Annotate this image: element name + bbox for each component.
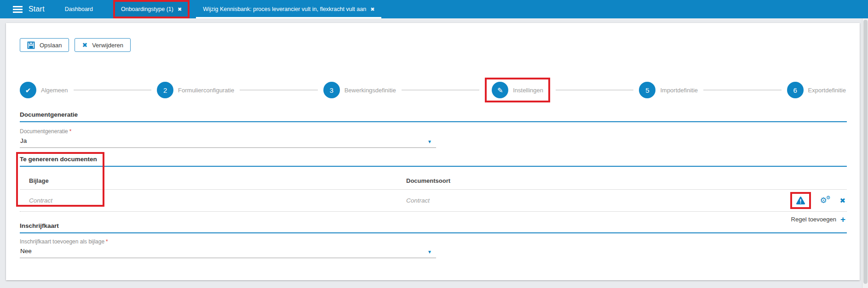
required-marker: *: [106, 238, 108, 245]
step-connector: [74, 90, 152, 90]
save-button[interactable]: Opslaan: [20, 38, 69, 52]
section-title: Documentgeneratie: [20, 111, 847, 118]
section-divider: [20, 232, 847, 233]
tab-onboardingstype-label: Onboardingstype (1): [121, 6, 173, 12]
inschrijfkaart-select-field: Inschrijfkaart toevoegen als bijlage* Ne…: [20, 238, 436, 258]
pencil-icon: ✎: [492, 82, 508, 98]
documentgeneratie-value: Ja: [20, 137, 27, 144]
section-te-genereren-documenten: Te genereren documenten: [20, 156, 847, 167]
tab-onboardingstype[interactable]: Onboardingstype (1) ✖: [115, 2, 188, 17]
step-number: 6: [793, 86, 797, 94]
table-row: Contract Contract ⚙ ⚙ ✖: [20, 190, 847, 212]
step-number: 5: [645, 86, 649, 94]
step-connector: [240, 90, 318, 90]
chevron-down-icon: ▼: [427, 250, 432, 254]
section-title: Inschrijfkaart: [20, 222, 847, 229]
section-inschrijfkaart: Inschrijfkaart: [20, 222, 847, 233]
section-divider: [20, 166, 847, 167]
start-menu-label: Start: [29, 5, 45, 13]
content-card: Opslaan ✖ Verwijderen ✔ Algemeen 2 Formu…: [6, 23, 860, 280]
gears-settings-icon[interactable]: ⚙ ⚙: [820, 196, 831, 205]
toolbar: Opslaan ✖ Verwijderen: [20, 38, 131, 52]
field-label: Inschrijfkaart toevoegen als bijlage*: [20, 238, 436, 245]
step-connector: [556, 90, 634, 90]
check-icon: ✔: [20, 82, 36, 98]
step-formulierconfiguratie[interactable]: 2 Formulierconfiguratie: [157, 82, 234, 98]
step-number: 3: [329, 86, 333, 94]
hamburger-icon: [13, 6, 23, 13]
section-divider: [20, 121, 847, 122]
step-number: 2: [163, 86, 167, 94]
inschrijfkaart-dropdown[interactable]: Nee ▼: [20, 248, 436, 258]
documentgeneratie-select-field: Documentgeneratie* Ja ▼: [20, 128, 436, 148]
tab-dashboard[interactable]: Dashboard: [62, 0, 96, 18]
section-title: Te genereren documenten: [20, 156, 847, 163]
remove-row-icon[interactable]: ✖: [839, 197, 845, 205]
table-header-row: Bijlage Documentsoort: [20, 175, 847, 190]
annotation-box-warning-icon: [790, 192, 811, 209]
tab-wijzig-kennisbank[interactable]: Wijzig Kennisbank: proces leverancier vu…: [195, 0, 382, 18]
step-bewerkingsdefinitie[interactable]: 3 Bewerkingsdefinitie: [323, 82, 396, 98]
step-instellingen-label: Instellingen: [513, 87, 543, 94]
required-marker: *: [69, 128, 72, 135]
cell-bijlage: Contract: [29, 197, 406, 204]
column-header-documentsoort: Documentsoort: [406, 177, 847, 184]
row-actions: ⚙ ⚙ ✖: [790, 194, 847, 207]
chevron-down-icon: ▼: [427, 140, 432, 144]
step-instellingen[interactable]: ✎ Instellingen: [492, 82, 543, 98]
tab-dashboard-label: Dashboard: [65, 6, 93, 12]
main-menu-button[interactable]: Start: [13, 0, 45, 18]
close-icon[interactable]: ✖: [370, 7, 374, 12]
step-exportdefinitie-label: Exportdefinitie: [808, 87, 846, 94]
step-exportdefinitie[interactable]: 6 Exportdefinitie: [787, 82, 846, 98]
step-importdefinitie[interactable]: 5 Importdefinitie: [639, 82, 698, 98]
field-label: Documentgeneratie*: [20, 128, 436, 135]
x-delete-icon: ✖: [82, 41, 87, 49]
documentgeneratie-dropdown[interactable]: Ja ▼: [20, 137, 436, 148]
step-connector: [402, 90, 480, 90]
plus-icon: +: [840, 216, 845, 223]
annotation-box-onboarding-tab: Onboardingstype (1) ✖: [113, 0, 190, 18]
step-bewerkingsdefinitie-label: Bewerkingsdefinitie: [345, 87, 396, 94]
delete-button-label: Verwijderen: [92, 42, 123, 49]
step-algemeen[interactable]: ✔ Algemeen: [20, 82, 68, 98]
add-row-label: Regel toevoegen: [791, 216, 836, 223]
inschrijfkaart-value: Nee: [20, 248, 32, 254]
delete-button[interactable]: ✖ Verwijderen: [75, 38, 131, 52]
top-bar: Start Dashboard Onboardingstype (1) ✖ Wi…: [0, 0, 868, 18]
step-formulierconfiguratie-label: Formulierconfiguratie: [178, 87, 234, 94]
section-documentgeneratie: Documentgeneratie: [20, 111, 847, 122]
wizard-stepper: ✔ Algemeen 2 Formulierconfiguratie 3 Bew…: [20, 82, 846, 98]
tab-wijzig-kennisbank-label: Wijzig Kennisbank: proces leverancier vu…: [203, 6, 366, 12]
scrollbar-track: [862, 18, 868, 288]
step-algemeen-label: Algemeen: [41, 87, 68, 94]
add-row-link[interactable]: Regel toevoegen +: [20, 216, 847, 223]
step-importdefinitie-label: Importdefinitie: [660, 87, 698, 94]
floppy-save-icon: [27, 41, 35, 49]
column-header-bijlage: Bijlage: [29, 177, 406, 184]
warning-icon[interactable]: [796, 196, 805, 205]
cell-documentsoort: Contract: [406, 197, 430, 204]
step-connector: [703, 90, 782, 90]
save-button-label: Opslaan: [40, 42, 62, 49]
scrollbar-thumb[interactable]: [863, 20, 868, 284]
close-icon[interactable]: ✖: [178, 7, 182, 12]
documents-table: Bijlage Documentsoort Contract Contract: [20, 175, 847, 223]
annotation-box-instellingen-step: ✎ Instellingen: [485, 78, 550, 102]
